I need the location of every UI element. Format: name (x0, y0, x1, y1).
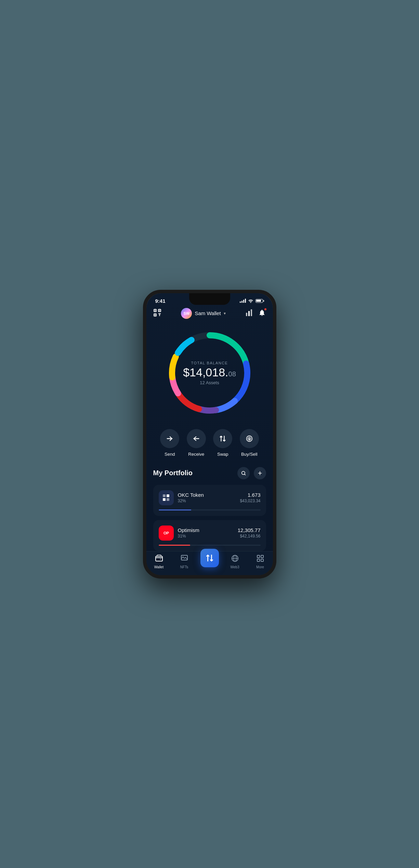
more-nav-label: More (256, 565, 264, 569)
center-nav-button[interactable] (200, 549, 219, 567)
status-time: 9:41 (155, 298, 166, 304)
swap-button[interactable]: Swap (213, 429, 232, 457)
send-icon-circle (160, 429, 179, 448)
receive-icon (193, 435, 200, 442)
okc-bar-fill (159, 509, 191, 510)
nav-center[interactable] (200, 556, 219, 567)
search-button[interactable] (237, 467, 250, 479)
svg-rect-34 (261, 559, 263, 561)
wallet-selector[interactable]: SW Sam Wallet ▾ (181, 308, 225, 319)
chevron-down-icon: ▾ (224, 311, 226, 316)
okc-bar (159, 509, 261, 510)
donut-chart: TOTAL BALANCE $14,018.08 12 Assets (165, 328, 254, 417)
action-buttons: Send Receive (146, 421, 273, 464)
okc-info: OKC Token 32% (178, 492, 236, 503)
scroll-content[interactable]: TOTAL BALANCE $14,018.08 12 Assets (146, 322, 273, 575)
svg-rect-3 (155, 310, 156, 311)
scan-icon (153, 309, 161, 317)
op-icon: OP (161, 528, 171, 538)
balance-assets: 12 Assets (183, 380, 236, 385)
op-values: 12,305.77 $42,149.56 (238, 527, 261, 539)
svg-point-28 (182, 556, 183, 557)
okc-logo (159, 490, 174, 505)
add-button[interactable] (254, 467, 266, 479)
chart-icon (245, 309, 253, 316)
buysell-icon: $ (246, 435, 253, 442)
send-button[interactable]: Send (160, 429, 179, 457)
notification-button[interactable] (258, 309, 266, 318)
okc-usd: $43,023.34 (240, 498, 260, 503)
nfts-nav-icon (180, 554, 188, 564)
okc-values: 1.673 $43,023.34 (240, 492, 260, 503)
buysell-label: Buy/Sell (241, 452, 258, 457)
swap-icon-circle (213, 429, 232, 448)
nav-nfts[interactable]: NFTs (172, 554, 197, 569)
op-name: Optimism (178, 527, 234, 533)
signal-icon (240, 299, 246, 303)
status-icons (240, 299, 264, 303)
balance-center: TOTAL BALANCE $14,018.08 12 Assets (183, 361, 236, 385)
svg-rect-32 (261, 555, 263, 558)
portfolio-header: My Portfolio (153, 467, 266, 479)
asset-card-okc[interactable]: OKC Token 32% 1.673 $43,023.34 (153, 485, 266, 516)
svg-rect-26 (156, 556, 162, 561)
top-nav: SW Sam Wallet ▾ (146, 304, 273, 322)
add-icon (257, 470, 263, 476)
svg-rect-8 (246, 313, 247, 316)
notification-badge (264, 308, 267, 311)
more-nav-icon (256, 554, 264, 564)
op-bar-fill (159, 545, 190, 546)
op-amount: 12,305.77 (238, 527, 261, 533)
wallet-nav-icon (155, 554, 163, 564)
buysell-button[interactable]: $ Buy/Sell (240, 429, 259, 457)
wallet-name: Sam Wallet (195, 310, 221, 316)
portfolio-title: My Portfolio (153, 469, 193, 477)
asset-row-op: OP Optimism 31% 12,305.77 $42,149.56 (159, 526, 261, 541)
op-bar (159, 545, 261, 546)
web3-nav-icon (231, 554, 239, 564)
portfolio-section: My Portfolio (146, 464, 273, 551)
svg-rect-33 (257, 559, 260, 561)
donut-section: TOTAL BALANCE $14,018.08 12 Assets (146, 322, 273, 421)
svg-point-23 (241, 471, 245, 474)
avatar: SW (181, 308, 192, 319)
okc-name: OKC Token (178, 492, 236, 498)
chart-button[interactable] (245, 309, 253, 318)
svg-rect-5 (155, 314, 156, 315)
svg-rect-9 (248, 311, 250, 316)
svg-text:OP: OP (163, 531, 169, 535)
svg-rect-4 (159, 310, 160, 311)
balance-label: TOTAL BALANCE (183, 361, 236, 365)
op-info: Optimism 31% (178, 527, 234, 539)
wifi-icon (248, 299, 253, 303)
nav-more[interactable]: More (248, 554, 273, 569)
op-pct: 31% (178, 534, 234, 539)
wallet-nav-label: Wallet (154, 565, 163, 569)
swap-icon (219, 435, 226, 442)
center-nav-icon (205, 554, 214, 562)
okc-amount: 1.673 (240, 492, 260, 498)
op-logo: OP (159, 526, 174, 541)
receive-label: Receive (188, 452, 204, 457)
nav-web3[interactable]: Web3 (222, 554, 248, 569)
battery-icon (256, 299, 264, 303)
balance-main: $14,018.08 (183, 366, 236, 378)
nfts-nav-label: NFTs (180, 565, 188, 569)
svg-rect-10 (251, 309, 252, 316)
portfolio-actions (237, 467, 266, 479)
okc-pct: 32% (178, 498, 236, 503)
send-icon (166, 435, 173, 442)
buysell-icon-circle: $ (240, 429, 259, 448)
send-label: Send (165, 452, 175, 457)
nav-wallet[interactable]: Wallet (146, 554, 172, 569)
search-icon (241, 470, 246, 476)
svg-rect-31 (257, 555, 260, 558)
nav-right (245, 309, 266, 318)
bottom-nav: Wallet NFTs (146, 551, 273, 575)
receive-icon-circle (187, 429, 206, 448)
op-usd: $42,149.56 (238, 534, 261, 539)
asset-row: OKC Token 32% 1.673 $43,023.34 (159, 490, 261, 505)
scan-button[interactable] (153, 309, 161, 318)
asset-card-op[interactable]: OP Optimism 31% 12,305.77 $42,149.56 (153, 520, 266, 551)
receive-button[interactable]: Receive (187, 429, 206, 457)
